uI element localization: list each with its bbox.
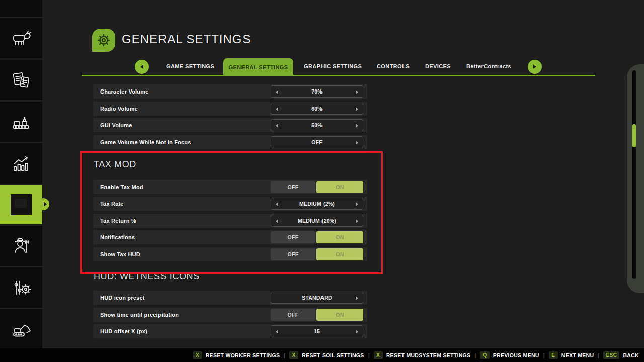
stepper-value: MEDIUM (2%) <box>271 198 363 209</box>
setting-label: Notifications <box>100 230 135 244</box>
mod-image-icon <box>11 194 32 215</box>
arrow-left-icon <box>140 65 143 69</box>
stepper-value: 15 <box>271 326 363 337</box>
gui-volume-stepper[interactable]: 50% <box>271 119 363 131</box>
footer-reset-worker-settings[interactable]: X RESET WORKER SETTINGS <box>193 351 280 359</box>
tab-underline <box>82 75 595 76</box>
footer-separator: | <box>474 352 476 358</box>
footer-reset-soil-settings[interactable]: X RESET SOIL SETTINGS <box>289 351 364 359</box>
hud-offset-x-stepper[interactable]: 15 <box>271 325 363 337</box>
stepper-value: STANDARD <box>271 292 363 303</box>
notifications-toggle[interactable]: OFF ON <box>271 231 363 243</box>
footer-next-menu[interactable]: E NEXT MENU <box>549 351 594 359</box>
stepper-right-icon[interactable] <box>356 296 358 300</box>
character-volume-stepper[interactable]: 70% <box>271 85 363 98</box>
footer-previous-menu[interactable]: Q PREVIOUS MENU <box>480 351 539 359</box>
production-icon <box>10 110 33 133</box>
footer-reset-mudsystem-settings[interactable]: X RESET MUDSYSTEM SETTINGS <box>374 351 471 359</box>
setting-label: Show time until precipitation <box>100 308 179 322</box>
tab-general-settings[interactable]: GENERAL SETTINGS <box>223 58 293 76</box>
setting-row-enable-tax-mod: Enable Tax Mod OFF ON <box>93 180 367 194</box>
sidebar-item-statistics[interactable] <box>0 143 42 184</box>
contracts-icon <box>10 68 33 92</box>
tab-bettercontracts[interactable]: BetterContracts <box>466 63 511 69</box>
tabs-prev-button[interactable] <box>135 60 149 74</box>
chevron-right-icon <box>44 202 47 207</box>
setting-label: GUI Volume <box>100 118 132 132</box>
scrollbar-thumb[interactable] <box>632 124 636 147</box>
sidebar-item-animals[interactable] <box>0 18 42 58</box>
setting-row-character-volume: Character Volume 70% <box>93 84 367 99</box>
toggle-off-button[interactable]: OFF <box>271 248 315 260</box>
setting-label: Show Tax HUD <box>100 247 140 261</box>
toggle-on-button[interactable]: ON <box>316 309 363 321</box>
sidebar-item-mod-settings[interactable] <box>0 267 42 308</box>
toggle-on-button[interactable]: ON <box>316 181 363 193</box>
general-settings-icon <box>92 29 115 52</box>
key-badge-q: Q <box>480 351 489 359</box>
stepper-value: OFF <box>271 137 363 148</box>
arrow-right-icon <box>533 65 536 69</box>
setting-row-tax-rate: Tax Rate MEDIUM (2%) <box>93 197 367 211</box>
setting-row-hud-offset-x: HUD offset X (px) 15 <box>93 324 367 338</box>
sidebar-item-construction[interactable] <box>0 309 42 348</box>
setting-label: HUD offset X (px) <box>100 324 147 338</box>
tax-rate-stepper[interactable]: MEDIUM (2%) <box>271 198 363 210</box>
stepper-right-icon[interactable] <box>356 330 358 334</box>
precipitation-time-toggle[interactable]: OFF ON <box>271 309 363 321</box>
stepper-right-icon[interactable] <box>356 219 358 223</box>
tab-game-settings[interactable]: GAME SETTINGS <box>166 63 214 69</box>
scrollbar-track[interactable] <box>632 70 636 279</box>
game-volume-focus-stepper[interactable]: OFF <box>271 136 363 148</box>
sidebar-item-character[interactable] <box>0 226 42 266</box>
stepper-right-icon[interactable] <box>356 90 358 94</box>
farmer-icon <box>10 234 33 257</box>
sidebar-item-contracts[interactable] <box>0 60 42 100</box>
stepper-right-icon[interactable] <box>356 202 358 206</box>
stepper-right-icon[interactable] <box>356 124 358 128</box>
toggle-off-button[interactable]: OFF <box>271 231 315 243</box>
sidebar-item-map[interactable] <box>0 0 42 17</box>
setting-label: Character Volume <box>100 84 149 99</box>
toggle-off-button[interactable]: OFF <box>271 309 315 321</box>
setting-label: Radio Volume <box>100 102 138 116</box>
stepper-value: 70% <box>271 86 363 97</box>
radio-volume-stepper[interactable]: 60% <box>271 103 363 115</box>
statistics-icon <box>10 152 33 175</box>
key-badge-x: X <box>289 351 298 359</box>
setting-label: Enable Tax Mod <box>100 180 143 194</box>
footer-separator: | <box>284 352 285 358</box>
tab-graphic-settings[interactable]: GRAPHIC SETTINGS <box>304 63 362 69</box>
footer-keybar: X RESET WORKER SETTINGS | X RESET SOIL S… <box>0 348 644 362</box>
hud-icon-preset-stepper[interactable]: STANDARD <box>271 292 363 304</box>
tab-controls[interactable]: CONTROLS <box>377 63 410 69</box>
sidebar-item-mod-active[interactable] <box>0 185 42 224</box>
setting-row-gui-volume: GUI Volume 50% <box>93 118 367 132</box>
stepper-right-icon[interactable] <box>356 141 358 145</box>
page-title: GENERAL SETTINGS <box>122 32 251 46</box>
tax-return-stepper[interactable]: MEDIUM (20%) <box>271 215 363 227</box>
setting-row-tax-return: Tax Return % MEDIUM (20%) <box>93 214 367 228</box>
sidebar-item-production[interactable] <box>0 102 42 142</box>
section-title-hud-wetness: HUD: WETNESS ICONS <box>94 271 200 282</box>
mod-settings-icon <box>10 276 33 299</box>
key-badge-esc: ESC <box>603 351 619 359</box>
key-badge-x: X <box>193 351 202 359</box>
stepper-value: 60% <box>271 103 363 114</box>
setting-row-radio-volume: Radio Volume 60% <box>93 102 367 116</box>
toggle-off-button[interactable]: OFF <box>271 181 315 193</box>
footer-separator: | <box>598 352 599 358</box>
enable-tax-mod-toggle[interactable]: OFF ON <box>271 181 363 193</box>
show-tax-hud-toggle[interactable]: OFF ON <box>271 248 363 260</box>
footer-back[interactable]: ESC BACK <box>603 351 639 359</box>
setting-label: Tax Rate <box>100 197 124 211</box>
toggle-on-button[interactable]: ON <box>316 231 363 243</box>
tab-devices[interactable]: DEVICES <box>425 63 451 69</box>
stepper-value: 50% <box>271 120 363 131</box>
tabs-next-button[interactable] <box>528 60 542 74</box>
footer-separator: | <box>368 352 370 358</box>
toggle-on-button[interactable]: ON <box>316 248 363 260</box>
stepper-value: MEDIUM (20%) <box>271 215 363 226</box>
stepper-right-icon[interactable] <box>356 107 358 111</box>
section-title-tax-mod: TAX MOD <box>94 159 136 170</box>
